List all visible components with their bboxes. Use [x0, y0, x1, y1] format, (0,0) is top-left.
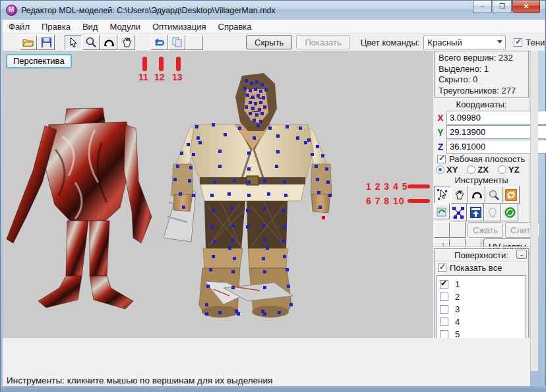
vertex-dot[interactable] — [326, 181, 330, 184]
vertex-dot[interactable] — [255, 80, 258, 84]
rotate-tool-button[interactable] — [100, 35, 117, 50]
hide-button[interactable]: Скрыть — [246, 35, 292, 49]
vertex-dot[interactable] — [262, 257, 265, 260]
vertex-dot[interactable] — [286, 268, 289, 271]
vertex-dot[interactable] — [299, 126, 302, 130]
vertex-dot[interactable] — [243, 87, 247, 90]
tool-extrude-button[interactable] — [484, 204, 501, 221]
vertex-dot[interactable] — [188, 179, 191, 182]
vertex-dot[interactable] — [249, 112, 252, 115]
vertex-dot[interactable] — [276, 150, 280, 154]
surface-item-2[interactable]: 2 — [440, 291, 526, 303]
vertex-dot[interactable] — [263, 286, 266, 289]
vertex-dot[interactable] — [259, 120, 262, 123]
vertex-dot[interactable] — [251, 96, 255, 99]
vertex-dot[interactable] — [246, 94, 249, 97]
vertex-dot[interactable] — [321, 154, 324, 157]
vertex-dot[interactable] — [205, 312, 208, 316]
vertex-dot[interactable] — [253, 136, 256, 140]
vertex-dot[interactable] — [296, 136, 299, 140]
vertex-dot[interactable] — [289, 303, 293, 306]
vertex-dot[interactable] — [212, 255, 215, 258]
vertex-dot[interactable] — [263, 312, 266, 316]
vertex-dot[interactable] — [209, 268, 212, 271]
tool-pan-button[interactable] — [451, 186, 468, 204]
vertex-dot[interactable] — [231, 224, 235, 227]
vertex-dot[interactable] — [195, 125, 198, 128]
vertex-dot[interactable] — [245, 105, 248, 109]
vertex-dot[interactable] — [237, 312, 240, 316]
surface-checkbox[interactable] — [440, 318, 448, 326]
vertex-dot[interactable] — [233, 257, 236, 260]
vertex-dot[interactable] — [228, 246, 231, 250]
vertex-dot[interactable] — [247, 167, 251, 171]
vertex-dot[interactable] — [315, 165, 318, 168]
vertex-dot[interactable] — [254, 88, 257, 91]
vertex-dot[interactable] — [212, 123, 215, 126]
vertex-dot[interactable] — [260, 112, 264, 115]
menu-file[interactable]: Файл — [3, 20, 36, 33]
menu-view[interactable]: Вид — [76, 20, 104, 33]
vertex-dot[interactable] — [206, 285, 210, 288]
menu-edit[interactable]: Правка — [36, 20, 76, 33]
vertex-dot[interactable] — [283, 225, 286, 229]
vertex-dot[interactable] — [249, 89, 252, 92]
tool-select-vertices-button[interactable] — [434, 186, 451, 204]
vertex-dot[interactable] — [228, 192, 231, 196]
zoom-tool-button[interactable] — [82, 35, 100, 50]
menu-help[interactable]: Справка — [212, 20, 258, 33]
vertex-dot[interactable] — [180, 152, 183, 155]
pan-tool-button[interactable] — [118, 35, 135, 50]
vertex-dot[interactable] — [307, 138, 311, 142]
vertex-dot[interactable] — [267, 192, 270, 196]
vertex-dot[interactable] — [255, 113, 258, 117]
vertex-dot[interactable] — [187, 143, 190, 146]
vertex-dot[interactable] — [246, 225, 249, 229]
surface-item-1[interactable]: 1 — [440, 278, 526, 291]
radio-yz[interactable]: YZ — [498, 165, 520, 175]
tool-smooth-button[interactable] — [501, 204, 518, 221]
vertex-dot[interactable] — [179, 192, 182, 196]
select-tool-button[interactable] — [65, 35, 82, 50]
workplane-checkbox[interactable] — [437, 155, 446, 163]
tool-recycle-button[interactable] — [434, 204, 450, 219]
vertex-dot[interactable] — [249, 101, 252, 104]
vertex-dot[interactable] — [224, 133, 227, 136]
shadows-checkbox[interactable] — [514, 38, 522, 47]
vertex-dot[interactable] — [287, 285, 290, 288]
open-button[interactable] — [20, 35, 37, 50]
vertex-dot[interactable] — [247, 194, 251, 197]
vertex-dot[interactable] — [254, 102, 257, 105]
vertex-dot[interactable] — [192, 194, 195, 197]
vertex-dot[interactable] — [197, 136, 200, 140]
radio-zx[interactable]: ZX — [467, 165, 489, 175]
minimize-button[interactable]: – — [473, 1, 492, 13]
show-all-checkbox[interactable] — [438, 264, 446, 272]
vertex-dot[interactable] — [231, 238, 235, 242]
copy-button[interactable] — [168, 35, 185, 50]
vertex-dot[interactable] — [213, 240, 216, 243]
workplane-checkbox-row[interactable]: Рабочая плоскость — [437, 154, 525, 164]
vertex-dot[interactable] — [198, 141, 202, 144]
surface-item-3[interactable]: 3 — [440, 303, 526, 316]
vertex-dot[interactable] — [266, 246, 269, 250]
show-all-row[interactable]: Показать все — [435, 261, 528, 273]
undo-button[interactable] — [150, 35, 167, 50]
vertex-dot[interactable] — [262, 96, 265, 99]
vertex-dot[interactable] — [218, 150, 222, 153]
vertex-dot[interactable] — [192, 153, 195, 156]
vertex-dot[interactable] — [218, 165, 222, 168]
vertex-dot[interactable] — [231, 270, 235, 273]
vertex-dot[interactable] — [238, 126, 241, 130]
vertex-dot[interactable] — [251, 107, 255, 110]
vertex-dot[interactable] — [304, 141, 307, 144]
vertex-dot[interactable] — [176, 165, 179, 168]
vertex-dot[interactable] — [231, 286, 235, 289]
save-button[interactable] — [38, 35, 55, 50]
radio-xy[interactable]: XY — [436, 165, 458, 175]
vertex-dot[interactable] — [318, 206, 322, 209]
surface-checkbox[interactable] — [440, 305, 448, 314]
vertex-dot[interactable] — [263, 179, 266, 182]
vertex-dot[interactable] — [284, 194, 288, 197]
vertex-dot[interactable] — [278, 311, 281, 314]
